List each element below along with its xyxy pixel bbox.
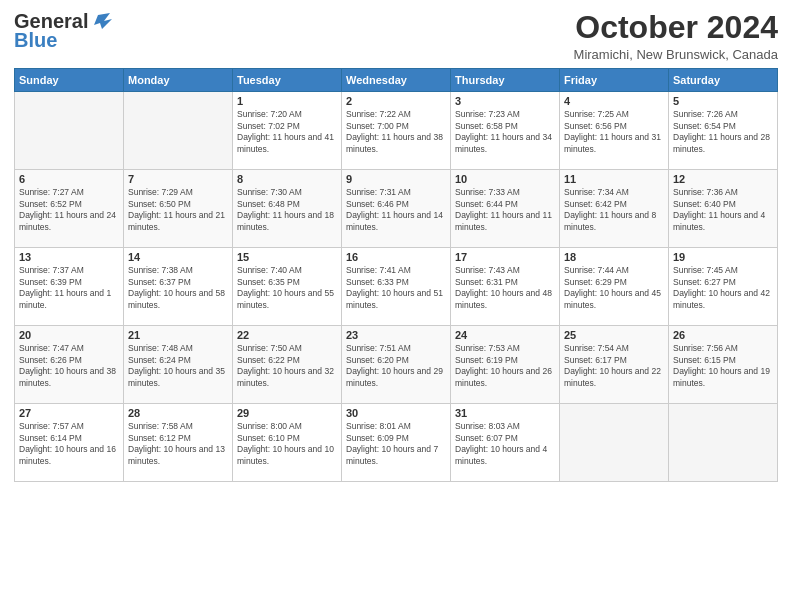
day-info: Sunrise: 7:37 AMSunset: 6:39 PMDaylight:…	[19, 265, 119, 311]
day-info: Sunrise: 7:41 AMSunset: 6:33 PMDaylight:…	[346, 265, 446, 311]
calendar-cell	[124, 92, 233, 170]
day-number: 20	[19, 329, 119, 341]
weekday-header: Wednesday	[342, 69, 451, 92]
calendar-cell: 22Sunrise: 7:50 AMSunset: 6:22 PMDayligh…	[233, 326, 342, 404]
day-info: Sunrise: 7:29 AMSunset: 6:50 PMDaylight:…	[128, 187, 228, 233]
calendar-cell: 20Sunrise: 7:47 AMSunset: 6:26 PMDayligh…	[15, 326, 124, 404]
day-info: Sunrise: 7:22 AMSunset: 7:00 PMDaylight:…	[346, 109, 446, 155]
day-info: Sunrise: 7:30 AMSunset: 6:48 PMDaylight:…	[237, 187, 337, 233]
day-number: 21	[128, 329, 228, 341]
logo-bird-icon	[90, 11, 112, 33]
calendar-cell: 1Sunrise: 7:20 AMSunset: 7:02 PMDaylight…	[233, 92, 342, 170]
calendar-cell: 8Sunrise: 7:30 AMSunset: 6:48 PMDaylight…	[233, 170, 342, 248]
day-info: Sunrise: 7:20 AMSunset: 7:02 PMDaylight:…	[237, 109, 337, 155]
day-info: Sunrise: 7:27 AMSunset: 6:52 PMDaylight:…	[19, 187, 119, 233]
day-info: Sunrise: 7:43 AMSunset: 6:31 PMDaylight:…	[455, 265, 555, 311]
day-number: 5	[673, 95, 773, 107]
day-number: 30	[346, 407, 446, 419]
day-number: 24	[455, 329, 555, 341]
calendar-cell: 14Sunrise: 7:38 AMSunset: 6:37 PMDayligh…	[124, 248, 233, 326]
calendar-cell: 11Sunrise: 7:34 AMSunset: 6:42 PMDayligh…	[560, 170, 669, 248]
day-number: 17	[455, 251, 555, 263]
calendar-cell: 10Sunrise: 7:33 AMSunset: 6:44 PMDayligh…	[451, 170, 560, 248]
day-info: Sunrise: 7:36 AMSunset: 6:40 PMDaylight:…	[673, 187, 773, 233]
calendar-cell	[669, 404, 778, 482]
header: General Blue October 2024 Miramichi, New…	[14, 10, 778, 62]
day-info: Sunrise: 7:40 AMSunset: 6:35 PMDaylight:…	[237, 265, 337, 311]
day-number: 25	[564, 329, 664, 341]
day-info: Sunrise: 7:44 AMSunset: 6:29 PMDaylight:…	[564, 265, 664, 311]
calendar-cell	[15, 92, 124, 170]
day-number: 1	[237, 95, 337, 107]
calendar-cell: 12Sunrise: 7:36 AMSunset: 6:40 PMDayligh…	[669, 170, 778, 248]
calendar-cell: 19Sunrise: 7:45 AMSunset: 6:27 PMDayligh…	[669, 248, 778, 326]
calendar-cell: 18Sunrise: 7:44 AMSunset: 6:29 PMDayligh…	[560, 248, 669, 326]
calendar-cell: 31Sunrise: 8:03 AMSunset: 6:07 PMDayligh…	[451, 404, 560, 482]
day-info: Sunrise: 7:25 AMSunset: 6:56 PMDaylight:…	[564, 109, 664, 155]
calendar-cell: 16Sunrise: 7:41 AMSunset: 6:33 PMDayligh…	[342, 248, 451, 326]
day-number: 31	[455, 407, 555, 419]
calendar-cell: 27Sunrise: 7:57 AMSunset: 6:14 PMDayligh…	[15, 404, 124, 482]
day-number: 29	[237, 407, 337, 419]
day-info: Sunrise: 7:31 AMSunset: 6:46 PMDaylight:…	[346, 187, 446, 233]
title-block: October 2024 Miramichi, New Brunswick, C…	[574, 10, 778, 62]
day-info: Sunrise: 7:26 AMSunset: 6:54 PMDaylight:…	[673, 109, 773, 155]
day-number: 14	[128, 251, 228, 263]
calendar-cell: 2Sunrise: 7:22 AMSunset: 7:00 PMDaylight…	[342, 92, 451, 170]
day-number: 18	[564, 251, 664, 263]
logo-blue: Blue	[14, 29, 57, 52]
svg-marker-0	[94, 13, 112, 29]
calendar-cell: 5Sunrise: 7:26 AMSunset: 6:54 PMDaylight…	[669, 92, 778, 170]
day-number: 26	[673, 329, 773, 341]
calendar-cell: 17Sunrise: 7:43 AMSunset: 6:31 PMDayligh…	[451, 248, 560, 326]
day-info: Sunrise: 7:50 AMSunset: 6:22 PMDaylight:…	[237, 343, 337, 389]
day-info: Sunrise: 7:45 AMSunset: 6:27 PMDaylight:…	[673, 265, 773, 311]
calendar-cell	[560, 404, 669, 482]
weekday-header: Saturday	[669, 69, 778, 92]
calendar-cell: 29Sunrise: 8:00 AMSunset: 6:10 PMDayligh…	[233, 404, 342, 482]
calendar-cell: 25Sunrise: 7:54 AMSunset: 6:17 PMDayligh…	[560, 326, 669, 404]
weekday-header: Sunday	[15, 69, 124, 92]
calendar-header: SundayMondayTuesdayWednesdayThursdayFrid…	[15, 69, 778, 92]
day-number: 2	[346, 95, 446, 107]
day-number: 6	[19, 173, 119, 185]
calendar-cell: 6Sunrise: 7:27 AMSunset: 6:52 PMDaylight…	[15, 170, 124, 248]
day-number: 22	[237, 329, 337, 341]
day-number: 15	[237, 251, 337, 263]
day-number: 13	[19, 251, 119, 263]
calendar-cell: 9Sunrise: 7:31 AMSunset: 6:46 PMDaylight…	[342, 170, 451, 248]
location: Miramichi, New Brunswick, Canada	[574, 47, 778, 62]
weekday-header: Thursday	[451, 69, 560, 92]
day-number: 11	[564, 173, 664, 185]
weekday-header: Friday	[560, 69, 669, 92]
day-number: 9	[346, 173, 446, 185]
calendar-cell: 13Sunrise: 7:37 AMSunset: 6:39 PMDayligh…	[15, 248, 124, 326]
calendar-cell: 4Sunrise: 7:25 AMSunset: 6:56 PMDaylight…	[560, 92, 669, 170]
day-info: Sunrise: 7:48 AMSunset: 6:24 PMDaylight:…	[128, 343, 228, 389]
calendar-cell: 23Sunrise: 7:51 AMSunset: 6:20 PMDayligh…	[342, 326, 451, 404]
calendar-cell: 28Sunrise: 7:58 AMSunset: 6:12 PMDayligh…	[124, 404, 233, 482]
calendar-container: General Blue October 2024 Miramichi, New…	[0, 0, 792, 492]
day-number: 7	[128, 173, 228, 185]
calendar-cell: 21Sunrise: 7:48 AMSunset: 6:24 PMDayligh…	[124, 326, 233, 404]
day-number: 23	[346, 329, 446, 341]
calendar-cell: 30Sunrise: 8:01 AMSunset: 6:09 PMDayligh…	[342, 404, 451, 482]
calendar-cell: 7Sunrise: 7:29 AMSunset: 6:50 PMDaylight…	[124, 170, 233, 248]
day-info: Sunrise: 8:03 AMSunset: 6:07 PMDaylight:…	[455, 421, 555, 467]
day-info: Sunrise: 7:47 AMSunset: 6:26 PMDaylight:…	[19, 343, 119, 389]
month-title: October 2024	[574, 10, 778, 45]
day-info: Sunrise: 8:01 AMSunset: 6:09 PMDaylight:…	[346, 421, 446, 467]
weekday-header: Monday	[124, 69, 233, 92]
day-info: Sunrise: 7:57 AMSunset: 6:14 PMDaylight:…	[19, 421, 119, 467]
day-info: Sunrise: 8:00 AMSunset: 6:10 PMDaylight:…	[237, 421, 337, 467]
day-info: Sunrise: 7:33 AMSunset: 6:44 PMDaylight:…	[455, 187, 555, 233]
day-number: 12	[673, 173, 773, 185]
day-info: Sunrise: 7:53 AMSunset: 6:19 PMDaylight:…	[455, 343, 555, 389]
day-number: 10	[455, 173, 555, 185]
day-info: Sunrise: 7:23 AMSunset: 6:58 PMDaylight:…	[455, 109, 555, 155]
day-number: 8	[237, 173, 337, 185]
day-number: 3	[455, 95, 555, 107]
day-number: 27	[19, 407, 119, 419]
day-info: Sunrise: 7:34 AMSunset: 6:42 PMDaylight:…	[564, 187, 664, 233]
day-info: Sunrise: 7:58 AMSunset: 6:12 PMDaylight:…	[128, 421, 228, 467]
